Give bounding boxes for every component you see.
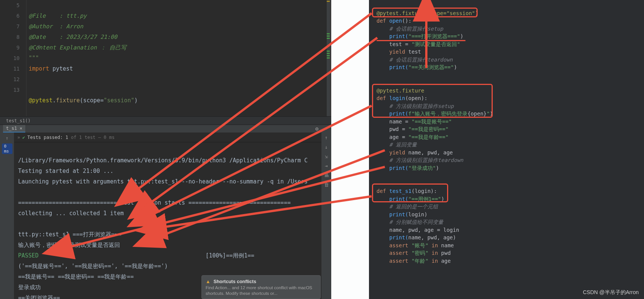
left-ide-panel: 5 6 7 8 9 10 11 12 13 ⊟ @File : ttt.py @… (0, 0, 331, 299)
up-icon[interactable]: ↑ (325, 135, 328, 140)
run-tab[interactable]: t_s1 × (3, 125, 25, 133)
line-number: 6 (0, 11, 20, 21)
line-number: 13 (0, 85, 20, 95)
run-left-rail: ↑ 0 ms (0, 133, 14, 299)
check-icon: ✔ (22, 135, 25, 140)
fold-marker-icon[interactable]: ⊟ (38, 44, 40, 49)
page-gap (331, 0, 369, 299)
trash-icon[interactable]: 🗑 (324, 182, 329, 188)
run-tool-tab-bar: t_s1 × ⚙ — (0, 125, 331, 133)
popup-body: Find Action... and 12 more shortcut conf… (206, 285, 317, 296)
print-icon[interactable]: 🖶 (324, 173, 329, 178)
line-number: 11 (0, 63, 20, 74)
up-arrow-icon[interactable]: ↑ (2, 134, 12, 142)
watermark: CSDN @半吊子的Arron (583, 289, 639, 296)
minimize-icon[interactable]: — (322, 126, 328, 132)
line-number: 8 (0, 32, 20, 42)
editor-minimap[interactable] (327, 0, 330, 116)
down-icon[interactable]: ↓ (325, 144, 328, 150)
line-number: 10 (0, 53, 20, 63)
wrap-icon[interactable]: ⇥ (325, 163, 328, 169)
gear-icon[interactable]: ⚙ (314, 126, 320, 132)
line-number: 12 (0, 74, 20, 85)
editor-gutter: 5 6 7 8 9 10 11 12 13 (0, 0, 26, 116)
warning-icon: ▲ (206, 279, 211, 284)
shortcuts-conflict-popup[interactable]: ▲ Shortcuts conflicts Find Action... and… (201, 275, 321, 299)
line-number: 5 (0, 0, 20, 11)
export-icon[interactable]: ⇲ (325, 154, 328, 159)
popup-title: Shortcuts conflicts (214, 279, 256, 284)
line-number: 7 (0, 21, 20, 32)
line-number: 9 (0, 42, 20, 53)
console-right-rail: ↑ ↓ ⇲ ⇥ 🖶 🗑 (321, 133, 331, 299)
code-editor[interactable]: 5 6 7 8 9 10 11 12 13 ⊟ @File : ttt.py @… (0, 0, 331, 116)
right-code[interactable]: @pytest.fixture(scope="session") def ope… (373, 2, 644, 273)
time-pill: 0 ms (2, 143, 12, 154)
test-status-bar: » ✔ Tests passed: 1 of 1 test – 0 ms (14, 133, 321, 142)
code-body[interactable]: @File : ttt.py @Author : Arron @Date : 2… (26, 0, 138, 116)
breadcrumb[interactable]: test_s1() (0, 116, 331, 125)
right-code-panel: @pytest.fixture(scope="session") def ope… (369, 0, 644, 299)
